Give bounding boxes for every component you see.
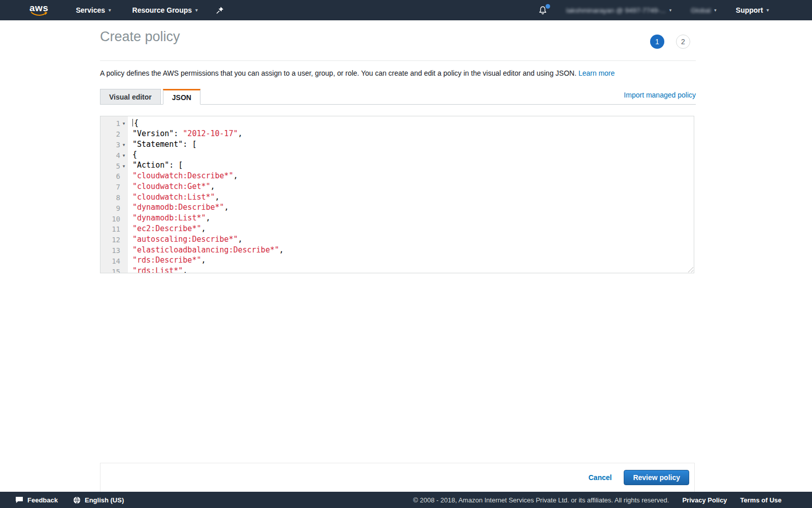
code-token-pun: , bbox=[233, 171, 238, 180]
gutter-line: 12 bbox=[100, 235, 128, 245]
notifications-bell-icon[interactable] bbox=[538, 6, 547, 15]
line-number: 4 bbox=[116, 151, 120, 160]
feedback-button[interactable]: Feedback bbox=[15, 496, 58, 504]
line-number: 7 bbox=[116, 183, 120, 191]
aws-logo[interactable]: aws bbox=[29, 4, 48, 16]
nav-support-label: Support bbox=[736, 6, 763, 14]
code-token-pun: , bbox=[201, 256, 206, 265]
description-body: A policy defines the AWS permissions tha… bbox=[100, 69, 577, 77]
code-line: "autoscaling:Describe*", bbox=[132, 235, 694, 245]
language-selector[interactable]: English (US) bbox=[73, 496, 124, 504]
aws-smile-icon bbox=[31, 12, 47, 16]
nav-account-menu[interactable]: lakshminarayan @ 9497-7749-... ▾ bbox=[566, 7, 672, 14]
nav-services-menu[interactable]: Services ▾ bbox=[76, 6, 111, 14]
code-token-pun: , bbox=[201, 224, 206, 233]
terms-of-use-link[interactable]: Terms of Use bbox=[740, 496, 782, 504]
code-line: "elasticloadbalancing:Describe*", bbox=[132, 245, 694, 256]
fold-arrow-icon[interactable]: ▾ bbox=[120, 153, 127, 158]
code-token-str: "rds:Describe*" bbox=[132, 256, 201, 265]
code-line: "cloudwatch:Get*", bbox=[132, 182, 694, 193]
code-token-pun: , bbox=[238, 235, 243, 244]
code-token-pun: , bbox=[224, 203, 229, 212]
code-token-pun: , bbox=[211, 182, 215, 191]
code-line: "dynamodb:Describe*", bbox=[132, 203, 694, 213]
line-number: 10 bbox=[112, 215, 120, 223]
nav-resource-groups-menu[interactable]: Resource Groups ▾ bbox=[132, 6, 198, 14]
gutter-line: 1▾ bbox=[100, 118, 128, 129]
code-token-pun: , bbox=[206, 213, 211, 223]
cancel-button[interactable]: Cancel bbox=[588, 473, 612, 482]
code-token-str: "cloudwatch:Get*" bbox=[132, 182, 211, 191]
code-line: "Action": [ bbox=[132, 161, 694, 171]
nav-services-label: Services bbox=[76, 6, 105, 14]
chevron-down-icon: ▾ bbox=[109, 8, 111, 13]
code-token-str: "ec2:Describe*" bbox=[132, 224, 201, 233]
fold-arrow-icon[interactable]: ▾ bbox=[120, 142, 127, 147]
editor-tab-bar: Visual editor JSON bbox=[100, 89, 696, 105]
code-token-str: "cloudwatch:Describe*" bbox=[132, 171, 233, 180]
chevron-down-icon: ▾ bbox=[714, 8, 717, 13]
fold-arrow-icon[interactable]: ▾ bbox=[120, 121, 127, 126]
import-managed-policy-link[interactable]: Import managed policy bbox=[624, 91, 696, 99]
nav-right-cluster: lakshminarayan @ 9497-7749-... ▾ Global … bbox=[538, 6, 812, 15]
page-title: Create policy bbox=[100, 29, 180, 45]
code-token-pun: { bbox=[132, 150, 137, 159]
code-token-str: "cloudwatch:List*" bbox=[132, 193, 215, 202]
code-line: "ec2:Describe*", bbox=[132, 224, 694, 235]
code-token-pun: , bbox=[215, 193, 220, 202]
code-token-str: "rds:List*" bbox=[132, 266, 183, 273]
line-number: 3 bbox=[116, 141, 120, 149]
code-line: "dynamodb:List*", bbox=[132, 213, 694, 224]
wizard-steps: 1 2 bbox=[650, 35, 690, 49]
gutter-line: 6 bbox=[100, 171, 128, 182]
notification-dot bbox=[546, 4, 550, 9]
fold-arrow-icon[interactable]: ▾ bbox=[120, 164, 127, 169]
editor-gutter: 1▾23▾4▾5▾6789101112131415 bbox=[100, 116, 128, 273]
account-name-blurred: lakshminarayan @ 9497-7749-... bbox=[566, 7, 666, 14]
line-number: 12 bbox=[112, 236, 120, 244]
line-number: 9 bbox=[116, 204, 120, 212]
code-line: "Version": "2012-10-17", bbox=[132, 129, 694, 140]
pushpin-icon[interactable] bbox=[216, 6, 224, 14]
code-token-key: "Action" bbox=[132, 161, 169, 170]
code-line: { bbox=[132, 118, 694, 129]
title-divider bbox=[100, 60, 696, 61]
code-token-pun: , bbox=[238, 129, 243, 138]
copyright-text: © 2008 - 2018, Amazon Internet Services … bbox=[413, 496, 669, 504]
tab-visual-editor[interactable]: Visual editor bbox=[100, 89, 161, 104]
code-token-pun: , bbox=[279, 245, 284, 255]
code-token-pun: , bbox=[183, 266, 187, 273]
line-number: 8 bbox=[116, 194, 120, 202]
code-token-str: "2012-10-17" bbox=[183, 129, 238, 138]
gutter-line: 8 bbox=[100, 193, 128, 203]
line-number: 1 bbox=[116, 119, 120, 128]
privacy-policy-link[interactable]: Privacy Policy bbox=[682, 496, 727, 504]
learn-more-link[interactable]: Learn more bbox=[579, 69, 615, 77]
globe-icon bbox=[73, 496, 81, 504]
wizard-step-1: 1 bbox=[650, 35, 664, 49]
page-footer: Feedback English (US) © 2008 - 2018, Ama… bbox=[0, 492, 812, 508]
gutter-line: 5▾ bbox=[100, 161, 128, 171]
gutter-line: 11 bbox=[100, 224, 128, 235]
code-line: "cloudwatch:Describe*", bbox=[132, 171, 694, 182]
json-policy-editor[interactable]: 1▾23▾4▾5▾6789101112131415 {"Version": "2… bbox=[100, 116, 694, 273]
code-line: { bbox=[132, 150, 694, 161]
nav-support-menu[interactable]: Support ▾ bbox=[736, 6, 769, 14]
wizard-step-2: 2 bbox=[676, 35, 690, 49]
code-token-str: "dynamodb:List*" bbox=[132, 213, 206, 223]
text-cursor bbox=[132, 119, 133, 126]
chevron-down-icon: ▾ bbox=[766, 8, 769, 13]
chevron-down-icon: ▾ bbox=[669, 8, 672, 13]
tab-json[interactable]: JSON bbox=[163, 89, 200, 105]
feedback-label: Feedback bbox=[27, 496, 58, 504]
code-token-pun: : [ bbox=[183, 140, 196, 149]
gutter-line: 7 bbox=[100, 182, 128, 193]
code-line: "cloudwatch:List*", bbox=[132, 193, 694, 203]
line-number: 5 bbox=[116, 162, 120, 170]
code-line: "Statement": [ bbox=[132, 140, 694, 150]
footer-right: © 2008 - 2018, Amazon Internet Services … bbox=[413, 496, 782, 504]
aws-logo-text: aws bbox=[29, 4, 48, 12]
nav-region-menu[interactable]: Global ▾ bbox=[691, 7, 717, 14]
language-label: English (US) bbox=[85, 496, 124, 504]
review-policy-button[interactable]: Review policy bbox=[624, 470, 689, 485]
